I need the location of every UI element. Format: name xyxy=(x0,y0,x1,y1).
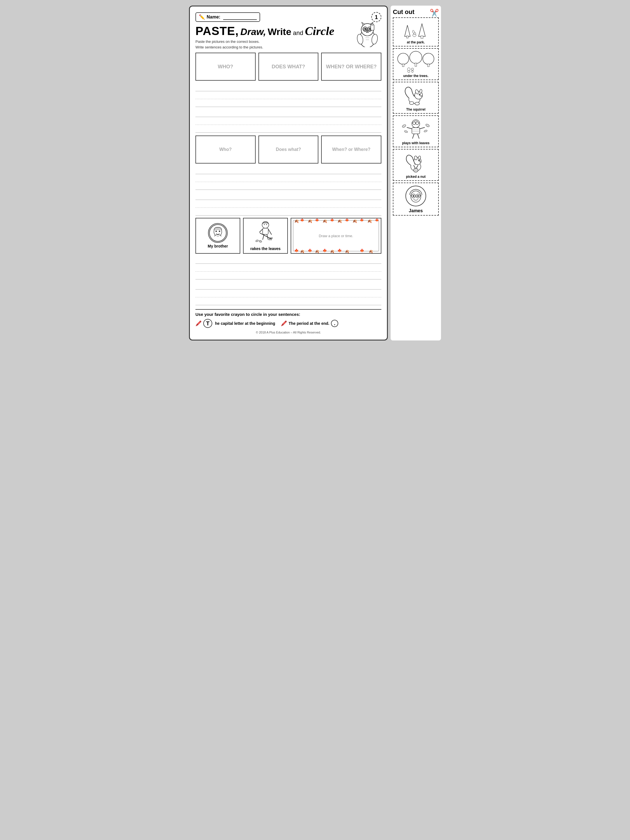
footer-item-capital: 🖍️ T he capital letter at the beginning xyxy=(196,319,275,328)
cut-item-6-image xyxy=(404,185,427,207)
cut-item-4: plays with leaves xyxy=(393,115,439,147)
rakes-label: rakes the leaves xyxy=(250,246,281,251)
svg-line-30 xyxy=(269,238,270,240)
scissors-icon: ✂️ xyxy=(430,9,439,17)
svg-rect-69 xyxy=(415,63,417,66)
svg-line-94 xyxy=(407,127,412,129)
svg-point-84 xyxy=(415,102,420,105)
line-top-2 xyxy=(196,166,381,174)
svg-text:🍂: 🍂 xyxy=(330,249,334,253)
line-mid-2 xyxy=(196,174,381,182)
draw-frame-label: Draw a place or time. xyxy=(316,234,356,238)
line-bot-1b xyxy=(196,125,381,133)
copyright: © 2018 A Plus Education – All Rights Res… xyxy=(196,331,381,334)
svg-marker-59 xyxy=(404,25,410,36)
svg-text:🍁: 🍁 xyxy=(315,218,319,222)
title-and: and xyxy=(293,29,303,37)
writing-lines-1b xyxy=(196,109,381,133)
svg-text:🍁: 🍁 xyxy=(294,248,299,253)
footer-row: 🖍️ T he capital letter at the beginning … xyxy=(196,319,381,328)
footer-instruction-text: Use your favorite crayon to circle in yo… xyxy=(196,312,381,317)
svg-point-82 xyxy=(420,95,422,96)
svg-point-74 xyxy=(411,68,414,70)
line-mid-3 xyxy=(196,264,381,272)
my-brother-card: My brother xyxy=(196,218,240,254)
owl-decoration xyxy=(356,22,379,50)
svg-point-106 xyxy=(418,159,420,161)
row2-box-who: Who? xyxy=(196,136,256,164)
cut-item-3-image xyxy=(402,84,430,106)
cut-item-2-label: under the trees. xyxy=(403,74,428,78)
svg-rect-62 xyxy=(421,36,423,38)
cut-item-3-label: The squirrel xyxy=(406,107,426,111)
svg-text:🍁: 🍁 xyxy=(300,218,304,222)
svg-rect-16 xyxy=(371,25,374,30)
svg-point-115 xyxy=(411,191,421,202)
svg-point-36 xyxy=(259,240,262,243)
svg-text:🍁: 🍁 xyxy=(308,248,312,253)
svg-point-108 xyxy=(420,161,422,163)
svg-point-66 xyxy=(398,53,409,65)
writing-lines-2b xyxy=(196,192,381,216)
svg-rect-60 xyxy=(407,36,408,38)
rakes-leaves-card: rakes the leaves xyxy=(243,218,288,254)
draw-frame[interactable]: 🍂 🍁 🍂 🍁 🍂 🍁 🍂 🍁 🍂 🍁 🍂 🍁 🍁 🍂 🍁 xyxy=(291,218,381,254)
instructions: Paste the pictures on the correct boxes.… xyxy=(196,39,381,50)
brother-label: My brother xyxy=(208,244,228,248)
cut-out-section: Cut out ✂️ at the park. xyxy=(391,6,441,341)
writing-lines-3b xyxy=(196,282,381,305)
svg-text:🍁: 🍁 xyxy=(360,248,364,253)
row1-box-when-where: WHEN? OR WHERE? xyxy=(321,53,381,81)
line-top-2b xyxy=(196,192,381,200)
svg-point-35 xyxy=(255,239,259,242)
name-label: Name: xyxy=(207,14,220,20)
svg-text:🍂: 🍂 xyxy=(367,219,372,224)
svg-text:🍂: 🍂 xyxy=(315,249,319,253)
instruction-line2: Write sentences according to the picture… xyxy=(196,44,381,50)
svg-point-68 xyxy=(410,51,422,63)
svg-point-81 xyxy=(420,94,420,95)
cut-out-title: Cut out xyxy=(393,8,414,16)
period-circle: . xyxy=(331,320,338,327)
svg-point-70 xyxy=(423,53,434,65)
svg-rect-17 xyxy=(371,24,373,25)
line-mid-3b xyxy=(196,289,381,297)
name-line[interactable] xyxy=(223,14,257,20)
cut-item-1: at the park. xyxy=(393,17,439,46)
svg-point-97 xyxy=(425,123,430,127)
cut-item-5-image xyxy=(402,151,430,174)
svg-rect-91 xyxy=(412,128,420,134)
svg-text:🍂: 🍂 xyxy=(300,249,304,253)
svg-line-27 xyxy=(268,229,272,235)
period-text: The period at the end. xyxy=(289,321,329,326)
cut-item-2-image xyxy=(396,51,436,73)
cut-item-5-label: picked a nut xyxy=(406,175,426,178)
svg-text:🍂: 🍂 xyxy=(308,219,312,224)
line-bot-1 xyxy=(196,99,381,107)
line-mid-2b xyxy=(196,200,381,208)
cut-item-1-label: at the park. xyxy=(407,40,425,44)
raking-illustration xyxy=(254,221,276,245)
brother-illustration xyxy=(208,223,227,243)
bottom-image-row: My brother xyxy=(196,218,381,254)
cut-item-5: picked a nut xyxy=(393,149,439,181)
title-paste: PASTE, xyxy=(196,24,239,38)
svg-point-73 xyxy=(408,70,410,73)
svg-text:🍂: 🍂 xyxy=(337,219,342,224)
svg-text:🍁: 🍁 xyxy=(360,218,364,222)
svg-point-121 xyxy=(413,195,414,197)
row1-box-who: WHO? xyxy=(196,53,256,81)
svg-text:🍂: 🍂 xyxy=(322,219,327,224)
row1-boxes: WHO? DOES WHAT? WHEN? OR WHERE? xyxy=(196,53,381,81)
writing-lines-1 xyxy=(196,84,381,107)
svg-text:🍁: 🍁 xyxy=(375,218,379,222)
svg-point-7 xyxy=(369,28,371,30)
svg-point-65 xyxy=(412,30,415,33)
svg-point-23 xyxy=(264,224,265,225)
svg-point-122 xyxy=(417,195,419,197)
capital-t-circle: T xyxy=(203,319,212,328)
svg-line-95 xyxy=(420,127,425,129)
svg-rect-25 xyxy=(263,228,268,234)
title-draw: Draw, xyxy=(240,26,266,37)
svg-point-96 xyxy=(402,124,406,128)
